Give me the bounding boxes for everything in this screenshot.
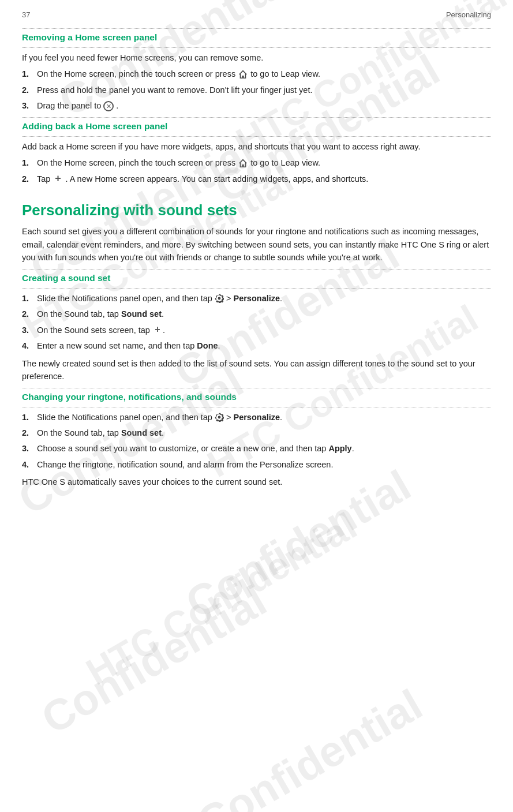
section1-intro: If you feel you need fewer Home screens,… bbox=[22, 51, 491, 64]
section3-note: The newly created sound set is then adde… bbox=[22, 357, 491, 383]
section1-step2: 2. Press and hold the panel you want to … bbox=[22, 84, 491, 96]
step-num: 2. bbox=[22, 173, 37, 185]
step-content: On the Sound tab, tap Sound set. bbox=[37, 426, 491, 439]
watermark-8: Confidential bbox=[189, 679, 430, 812]
step-num: 3. bbox=[22, 442, 37, 455]
x-circle-icon: ✕ bbox=[103, 101, 114, 111]
section3-step2: 2. On the Sound tab, tap Sound set. bbox=[22, 308, 491, 320]
step-num: 2. bbox=[22, 84, 37, 96]
section1-title: Removing a Home screen panel bbox=[22, 32, 491, 43]
step-content: Press and hold the panel you want to rem… bbox=[37, 84, 491, 96]
section4-title: Changing your ringtone, notifications, a… bbox=[22, 392, 491, 402]
divider-1b bbox=[22, 47, 491, 48]
divider-4b bbox=[22, 407, 491, 407]
section3-step3: 3. On the Sound sets screen, tap +. bbox=[22, 324, 491, 336]
watermark-7: Confidential bbox=[33, 575, 275, 743]
section2-steps: 1. On the Home screen, pinch the touch s… bbox=[22, 156, 491, 185]
step-content: Tap + . A new Home screen appears. You c… bbox=[37, 173, 491, 185]
step-content: Slide the Notifications panel open, and … bbox=[37, 292, 491, 305]
step-num: 1. bbox=[22, 68, 37, 80]
step-content: Change the ringtone, notification sound,… bbox=[37, 458, 491, 471]
divider-4 bbox=[22, 388, 491, 388]
step-content: On the Home screen, pinch the touch scre… bbox=[37, 68, 491, 80]
step-content: Enter a new sound set name, and then tap… bbox=[37, 339, 491, 352]
step-num: 1. bbox=[22, 156, 37, 169]
section4-steps: 1. Slide the Notifications panel open, a… bbox=[22, 411, 491, 472]
step-content: Choose a sound set you want to customize… bbox=[37, 442, 491, 455]
big-section-intro: Each sound set gives you a different com… bbox=[22, 225, 491, 264]
section3-step4: 4. Enter a new sound set name, and then … bbox=[22, 339, 491, 352]
page-number: 37 bbox=[22, 10, 30, 19]
divider-2b bbox=[22, 136, 491, 137]
step-num: 1. bbox=[22, 411, 37, 424]
step-num: 1. bbox=[22, 292, 37, 305]
divider-3 bbox=[22, 269, 491, 270]
home-icon bbox=[238, 69, 248, 80]
section4-step2: 2. On the Sound tab, tap Sound set. bbox=[22, 426, 491, 439]
section3-steps: 1. Slide the Notifications panel open, a… bbox=[22, 292, 491, 353]
step-num: 4. bbox=[22, 339, 37, 352]
plus-icon: + bbox=[152, 325, 163, 335]
section2-intro: Add back a Home screen if you have more … bbox=[22, 140, 491, 153]
gear-icon bbox=[215, 413, 224, 422]
section3-step1: 1. Slide the Notifications panel open, a… bbox=[22, 292, 491, 305]
step-content: On the Home screen, pinch the touch scre… bbox=[37, 156, 491, 169]
step-num: 2. bbox=[22, 426, 37, 439]
section3-title: Creating a sound set bbox=[22, 273, 491, 283]
step-num: 4. bbox=[22, 458, 37, 471]
section2-step1: 1. On the Home screen, pinch the touch s… bbox=[22, 156, 491, 169]
step-content: Slide the Notifications panel open, and … bbox=[37, 411, 491, 424]
section4-step4: 4. Change the ringtone, notification sou… bbox=[22, 458, 491, 471]
step-content: On the Sound sets screen, tap +. bbox=[37, 324, 491, 336]
section4-step3: 3. Choose a sound set you want to custom… bbox=[22, 442, 491, 455]
step-num: 2. bbox=[22, 308, 37, 320]
section4-step1: 1. Slide the Notifications panel open, a… bbox=[22, 411, 491, 424]
divider-2 bbox=[22, 117, 491, 118]
section1-step1: 1. On the Home screen, pinch the touch s… bbox=[22, 68, 491, 80]
section4-note: HTC One S automatically saves your choic… bbox=[22, 476, 491, 488]
section1-step3: 3. Drag the panel to ✕ . bbox=[22, 99, 491, 112]
home-icon bbox=[238, 158, 248, 169]
divider-3b bbox=[22, 288, 491, 289]
section2-step2: 2. Tap + . A new Home screen appears. Yo… bbox=[22, 173, 491, 185]
gear-icon bbox=[215, 294, 224, 303]
divider-1 bbox=[22, 28, 491, 29]
step-content: Drag the panel to ✕ . bbox=[37, 99, 491, 112]
section2-title: Adding back a Home screen panel bbox=[22, 121, 491, 132]
section1-steps: 1. On the Home screen, pinch the touch s… bbox=[22, 68, 491, 112]
big-section-title: Personalizing with sound sets bbox=[22, 201, 491, 219]
plus-icon: + bbox=[53, 174, 63, 184]
step-num: 3. bbox=[22, 99, 37, 112]
step-num: 3. bbox=[22, 324, 37, 336]
step-content: On the Sound tab, tap Sound set. bbox=[37, 308, 491, 320]
chapter-name: Personalizing bbox=[446, 10, 491, 19]
watermark-htc4: HTC Confidential bbox=[79, 504, 364, 694]
